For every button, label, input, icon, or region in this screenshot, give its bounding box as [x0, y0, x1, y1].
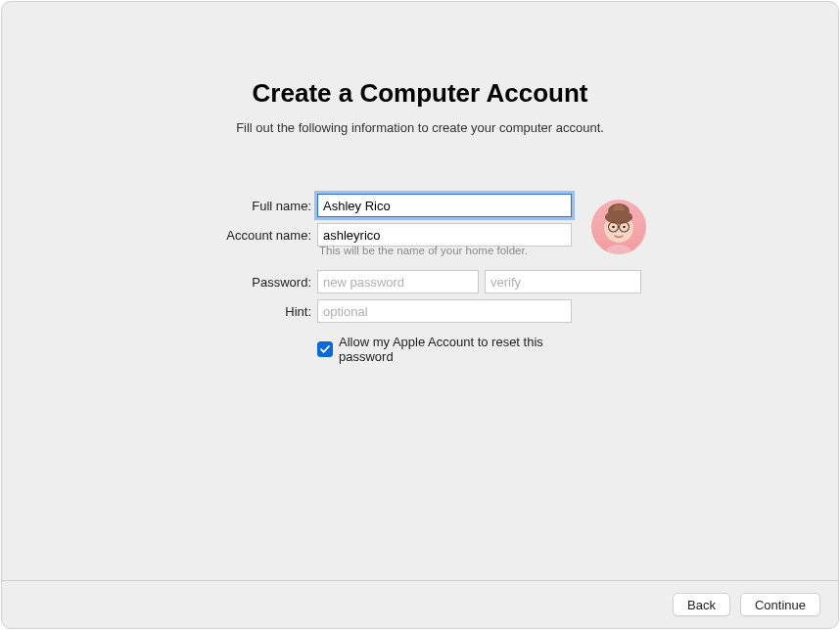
form-region: Full name: Account name: This will be th…: [194, 194, 646, 364]
user-avatar[interactable]: [591, 200, 646, 254]
continue-button[interactable]: Continue: [740, 593, 820, 616]
allow-reset-row[interactable]: Allow my Apple Account to reset this pas…: [317, 335, 572, 364]
hint-input[interactable]: [317, 299, 572, 323]
back-button[interactable]: Back: [673, 593, 730, 616]
new-password-input[interactable]: [317, 270, 479, 293]
full-name-label: Full name:: [194, 194, 311, 213]
setup-window: Create a Computer Account Fill out the f…: [1, 1, 839, 629]
hint-label: Hint:: [194, 299, 311, 319]
account-name-cell: This will be the name of your home folde…: [317, 223, 572, 264]
full-name-input[interactable]: [317, 194, 572, 217]
page-subtitle: Fill out the following information to cr…: [236, 120, 604, 135]
checkmark-icon: [319, 343, 331, 355]
verify-password-input[interactable]: [485, 270, 641, 293]
password-label: Password:: [194, 270, 311, 290]
page-title: Create a Computer Account: [253, 78, 588, 109]
form-grid: Full name: Account name: This will be th…: [194, 194, 572, 364]
password-row: [317, 270, 572, 293]
account-name-label: Account name:: [194, 223, 311, 243]
account-name-input[interactable]: [317, 223, 572, 247]
svg-point-3: [605, 210, 632, 224]
svg-point-8: [623, 226, 626, 229]
footer-bar: Back Continue: [2, 580, 838, 628]
memoji-icon: [591, 200, 646, 254]
content-area: Create a Computer Account Fill out the f…: [2, 2, 838, 580]
allow-reset-label: Allow my Apple Account to reset this pas…: [339, 335, 572, 364]
allow-reset-checkbox[interactable]: [317, 341, 333, 357]
svg-point-7: [612, 226, 615, 229]
